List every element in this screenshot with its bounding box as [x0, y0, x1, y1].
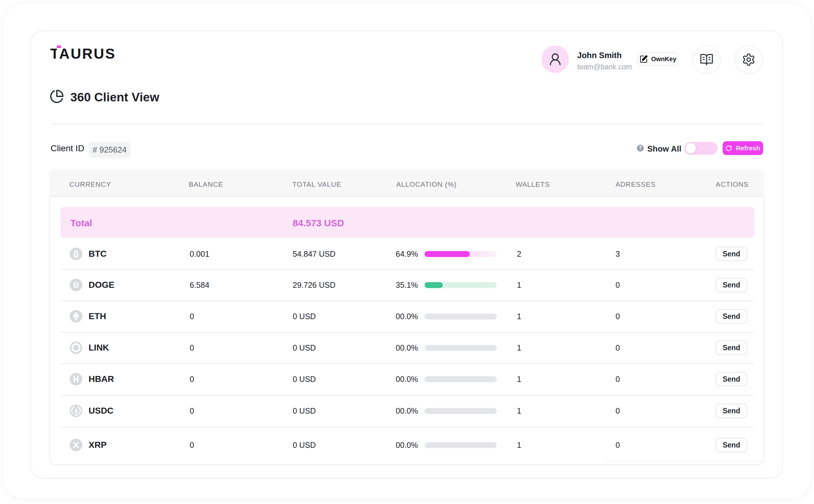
svg-text:$: $: [74, 407, 78, 415]
svg-text:Đ: Đ: [73, 281, 79, 289]
svg-text:B: B: [73, 250, 79, 258]
